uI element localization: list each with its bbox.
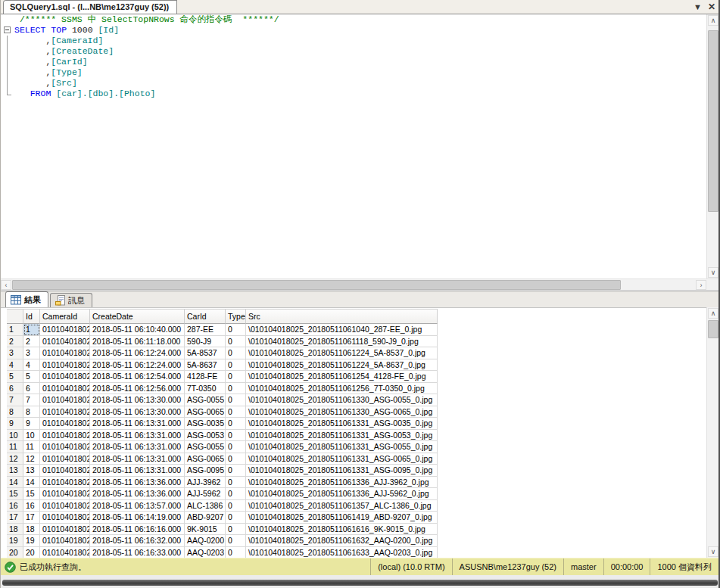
grid-cell[interactable]: 010104018025 xyxy=(40,488,90,500)
row-header[interactable]: 8 xyxy=(7,406,23,418)
close-icon[interactable]: ✕ xyxy=(708,1,715,13)
grid-cell[interactable]: ASG-0065 xyxy=(185,453,226,465)
collapse-region-icon[interactable] xyxy=(1,25,14,36)
grid-cell[interactable]: 4 xyxy=(23,359,40,372)
row-header[interactable]: 16 xyxy=(7,500,23,512)
code-line[interactable]: SELECT TOP 1000 [Id] xyxy=(1,25,706,36)
editor-vscroll-thumb[interactable] xyxy=(708,30,718,212)
grid-cell[interactable]: 3 xyxy=(23,347,40,359)
row-header[interactable]: 3 xyxy=(7,347,23,359)
grid-cell[interactable]: \010104018025_20180511061331_ASG-0065_0.… xyxy=(246,453,438,465)
grid-cell[interactable]: 010104018025 xyxy=(40,336,90,348)
code-line[interactable]: ,[CarId] xyxy=(1,57,706,67)
grid-cell[interactable]: \010104018025_20180511061616_9K-9015_0.j… xyxy=(246,524,438,536)
grid-cell[interactable]: 010104018025 xyxy=(40,477,90,489)
grid-cell[interactable]: 010104018025 xyxy=(40,430,90,442)
scroll-left-icon[interactable]: ‹ xyxy=(1,280,11,290)
grid-cell[interactable]: 0 xyxy=(226,418,246,430)
grid-cell[interactable]: AAQ-0200 xyxy=(185,535,226,547)
grid-cell[interactable]: 9 xyxy=(23,418,40,430)
grid-cell[interactable]: 010104018025 xyxy=(40,359,90,372)
scroll-right-icon[interactable]: › xyxy=(696,280,706,290)
grid-cell[interactable]: 010104018025 xyxy=(40,547,90,559)
select-all-corner[interactable] xyxy=(7,309,23,324)
grid-cell[interactable]: AJJ-3962 xyxy=(185,477,226,489)
code-line[interactable]: ,[CreateDate] xyxy=(1,46,706,57)
grid-cell[interactable]: AJJ-5962 xyxy=(185,488,226,500)
code-line[interactable]: ,[Src] xyxy=(1,78,706,89)
grid-cell[interactable]: \010104018025_20180511061224_5A-8537_0.j… xyxy=(246,347,438,359)
grid-cell[interactable]: 010104018025 xyxy=(40,324,90,336)
grid-cell[interactable]: 2018-05-11 06:13:31.000 xyxy=(90,430,185,442)
grid-cell[interactable]: 590-J9 xyxy=(185,336,226,348)
grid-vscroll-thumb[interactable] xyxy=(708,320,718,338)
grid-cell[interactable]: AAQ-0203 xyxy=(185,547,226,559)
column-header-src[interactable]: Src xyxy=(246,309,438,324)
row-header[interactable]: 1 xyxy=(7,324,23,336)
grid-cell[interactable]: 0 xyxy=(226,535,246,547)
grid-cell[interactable]: 2018-05-11 06:12:56.000 xyxy=(90,383,185,395)
row-header[interactable]: 19 xyxy=(7,535,23,547)
row-header[interactable]: 11 xyxy=(7,441,23,453)
column-header-cameraid[interactable]: CameraId xyxy=(40,309,90,324)
grid-cell[interactable]: \010104018025_20180511061254_4128-FE_0.j… xyxy=(246,371,438,383)
sql-editor[interactable]: /****** SSMS 中 SelectTopNRows 命令的指令碼 ***… xyxy=(1,14,706,278)
grid-cell[interactable]: 2018-05-11 06:13:31.000 xyxy=(90,418,185,430)
grid-cell[interactable]: 10 xyxy=(23,430,40,442)
grid-cell[interactable]: 0 xyxy=(226,547,246,559)
grid-cell[interactable]: 2018-05-11 06:11:18.000 xyxy=(90,336,185,348)
grid-cell[interactable]: 287-EE xyxy=(185,324,226,336)
code-line[interactable]: /****** SSMS 中 SelectTopNRows 命令的指令碼 ***… xyxy=(1,14,706,25)
grid-cell[interactable]: 0 xyxy=(226,324,246,336)
code-line[interactable]: FROM [car].[dbo].[Photo] xyxy=(1,89,706,99)
grid-cell[interactable]: \010104018025_20180511061357_ALC-1386_0.… xyxy=(246,500,438,512)
grid-cell[interactable]: 0 xyxy=(226,488,246,500)
grid-cell[interactable]: 0 xyxy=(226,371,246,383)
grid-cell[interactable]: \010104018025_20180511061632_AAQ-0200_0.… xyxy=(246,535,438,547)
grid-cell[interactable]: 0 xyxy=(226,453,246,465)
grid-cell[interactable]: 010104018025 xyxy=(40,371,90,383)
row-header[interactable]: 4 xyxy=(7,359,23,372)
row-header[interactable]: 9 xyxy=(7,418,23,430)
grid-cell[interactable]: 0 xyxy=(226,524,246,536)
grid-cell[interactable]: \010104018025_20180511061331_ASG-0053_0.… xyxy=(246,430,438,442)
grid-cell[interactable]: 2018-05-11 06:13:31.000 xyxy=(90,465,185,477)
grid-cell[interactable]: 16 xyxy=(23,500,40,512)
column-header-type[interactable]: Type xyxy=(226,309,246,324)
grid-cell[interactable]: \010104018025_20180511061331_ASG-0035_0.… xyxy=(246,418,438,430)
scroll-down-icon[interactable]: ∨ xyxy=(708,267,718,278)
row-header[interactable]: 2 xyxy=(7,336,23,348)
grid-cell[interactable]: \010104018025_20180511061118_590-J9_0.jp… xyxy=(246,336,438,348)
grid-cell[interactable]: \010104018025_20180511061633_AAQ-0203_0.… xyxy=(246,547,438,559)
grid-cell[interactable]: \010104018025_20180511061331_ASG-0055_0.… xyxy=(246,441,438,453)
grid-cell[interactable]: ABD-9207 xyxy=(185,512,226,524)
grid-cell[interactable]: 0 xyxy=(226,406,246,418)
code-line[interactable]: ,[Type] xyxy=(1,67,706,78)
grid-cell[interactable]: 2018-05-11 06:13:36.000 xyxy=(90,477,185,489)
grid-cell[interactable]: 2018-05-11 06:13:31.000 xyxy=(90,441,185,453)
grid-cell[interactable]: 19 xyxy=(23,535,40,547)
grid-cell[interactable]: 2018-05-11 06:13:57.000 xyxy=(90,500,185,512)
grid-cell[interactable]: ASG-0053 xyxy=(185,430,226,442)
grid-cell[interactable]: 010104018025 xyxy=(40,418,90,430)
row-header[interactable]: 5 xyxy=(7,371,23,383)
grid-cell[interactable]: 010104018025 xyxy=(40,394,90,406)
row-header[interactable]: 15 xyxy=(7,488,23,500)
grid-vertical-scrollbar[interactable]: ∧ ∨ xyxy=(706,307,718,558)
grid-cell[interactable]: 010104018025 xyxy=(40,347,90,359)
grid-cell[interactable]: ASG-0095 xyxy=(185,465,226,477)
selected-cell[interactable]: 1 xyxy=(23,324,40,336)
grid-cell[interactable]: 0 xyxy=(226,500,246,512)
document-tab[interactable]: SQLQuery1.sql - (l...NB\me1237guy (52)) xyxy=(3,0,177,14)
grid-cell[interactable]: 2018-05-11 06:12:24.000 xyxy=(90,347,185,359)
grid-cell[interactable]: 010104018025 xyxy=(40,406,90,418)
grid-cell[interactable]: 0 xyxy=(226,394,246,406)
grid-cell[interactable]: 9K-9015 xyxy=(185,524,226,536)
chevron-down-icon[interactable]: ▼ xyxy=(694,1,702,13)
grid-cell[interactable]: 2018-05-11 06:14:19.000 xyxy=(90,512,185,524)
grid-cell[interactable]: \010104018025_20180511061419_ABD-9207_0.… xyxy=(246,512,438,524)
grid-cell[interactable]: ALC-1386 xyxy=(185,500,226,512)
tab-messages[interactable]: 訊息 xyxy=(50,293,92,307)
column-header-carid[interactable]: CarId xyxy=(185,309,226,324)
grid-cell[interactable]: 2018-05-11 06:12:24.000 xyxy=(90,359,185,372)
